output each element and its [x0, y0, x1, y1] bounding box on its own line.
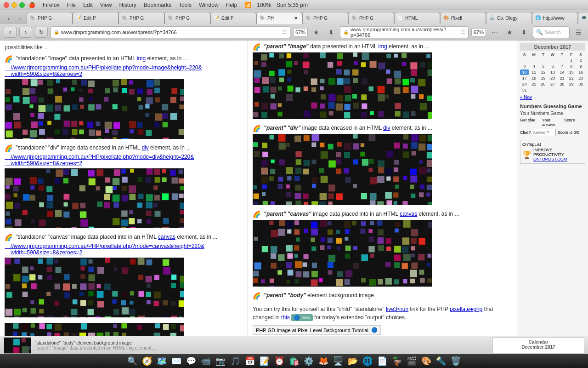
image-url-link-1[interactable]: //www.rjmprogramming.com.au/PHP/pixellat… — [5, 64, 243, 77]
this-link[interactable]: this — [281, 314, 290, 321]
cal-day-28[interactable]: 28 — [558, 81, 566, 87]
cal-day-31[interactable]: 31 — [520, 87, 529, 93]
cal-day-2[interactable]: 2 — [577, 58, 585, 63]
tab-4[interactable]: 📝 Edit P — [210, 12, 256, 24]
cal-day-3[interactable]: 3 — [520, 63, 529, 69]
tab-close-button[interactable]: ✕ — [293, 15, 299, 22]
tab-6[interactable]: 🐘 PHP G — [302, 12, 348, 24]
cal-day-9[interactable]: 9 — [577, 63, 585, 69]
page-info-button[interactable]: ☰ — [282, 29, 287, 35]
tab-12[interactable]: 💻 localh — [578, 12, 588, 24]
live-run-link[interactable]: live3<run — [386, 306, 408, 312]
back-button[interactable]: ‹ — [4, 27, 17, 38]
menu-file[interactable]: File — [67, 2, 76, 8]
menu-help[interactable]: Help — [226, 2, 237, 8]
cal-day-13[interactable]: 13 — [548, 69, 557, 75]
bookmark-button-right[interactable]: ★ — [503, 27, 515, 38]
dock-facetime[interactable]: 📹 — [199, 355, 212, 368]
cal-day-16[interactable]: 16 — [577, 69, 585, 75]
dock-vlc[interactable]: 🎬 — [405, 355, 418, 368]
cal-day-24[interactable]: 24 — [520, 81, 529, 87]
tab-1[interactable]: 📝 Edit P — [73, 12, 119, 24]
cal-day-10[interactable]: 10 — [520, 69, 529, 75]
fullscreen-button[interactable] — [19, 2, 25, 8]
dock-safari[interactable]: 🧭 — [141, 355, 153, 368]
menu-bookmarks[interactable]: Bookmarks — [144, 2, 171, 8]
forward-button[interactable]: › — [19, 27, 32, 38]
dock-maps[interactable]: 🗺️ — [155, 355, 168, 368]
menu-edit[interactable]: Edit — [83, 2, 93, 8]
search-bar[interactable]: 🔍 Search — [533, 26, 570, 38]
dock-cyberduck[interactable]: 🦆 — [390, 355, 403, 368]
tab-8[interactable]: 📄 HTML — [394, 12, 440, 24]
dock-finder[interactable]: 🔍 — [126, 355, 139, 368]
url-bar-left[interactable]: 🔒 www.rjmprogramming.com.au/wordpress/?p… — [51, 26, 290, 38]
cal-day-21[interactable]: 21 — [558, 75, 566, 81]
dock-sublimetext[interactable]: 📄 — [376, 355, 389, 368]
apple-menu[interactable]: 🍎 — [28, 2, 35, 8]
dock-messages[interactable]: 💬 — [185, 355, 198, 368]
cal-day-20[interactable]: 20 — [548, 75, 557, 81]
menu-history[interactable]: History — [119, 2, 136, 8]
pixellate-link[interactable]: pixellate●php — [450, 306, 482, 312]
dock-chrome[interactable]: 🌐 — [361, 355, 374, 368]
cal-day-30[interactable]: 30 — [577, 81, 585, 87]
cal-day-6[interactable]: 6 — [548, 63, 557, 69]
tab-10[interactable]: 🔬 Co. Ology — [486, 12, 532, 24]
dock-reminders[interactable]: ⏰ — [273, 355, 286, 368]
div-link-1[interactable]: div — [141, 144, 148, 151]
cal-day-1[interactable]: 1 — [567, 58, 576, 63]
cal-day-17[interactable]: 17 — [520, 75, 529, 81]
cal-day-11[interactable]: 11 — [529, 69, 538, 75]
img-link-1[interactable]: img — [137, 55, 146, 62]
tab-11[interactable]: 🌐 http://www — [532, 12, 578, 24]
cal-day-15[interactable]: 15 — [567, 69, 576, 75]
tab-0[interactable]: 🐘 PHP G — [27, 12, 73, 24]
cal-day-26[interactable]: 26 — [539, 81, 548, 87]
cal-day-5[interactable]: 5 — [539, 63, 548, 69]
pocket-button[interactable]: ⬇ — [325, 27, 337, 38]
dock-appstore[interactable]: 🛍️ — [288, 355, 300, 368]
tab-5-active[interactable]: 🐘 PH ✕ — [256, 12, 302, 24]
more-button[interactable]: ⋯ — [489, 27, 501, 38]
menu-firefox[interactable]: Firefox — [43, 2, 60, 8]
menu-tools[interactable]: Tools — [179, 2, 192, 8]
canvas-url-link-1[interactable]: //www.rjmprogramming.com.au/PHP/pixellat… — [5, 243, 243, 256]
dock-terminal[interactable]: 🖥️ — [332, 355, 345, 368]
cal-day-14[interactable]: 14 — [558, 69, 566, 75]
tab-7[interactable]: 🐘 PHP G — [348, 12, 394, 24]
cal-day-18[interactable]: 18 — [529, 75, 538, 81]
dock-spotlight[interactable]: 🔦 — [435, 355, 447, 368]
canvas-link-1[interactable]: canvas — [158, 234, 175, 240]
img-link-2[interactable]: img — [378, 43, 387, 50]
tab-forward-button[interactable]: › — [15, 14, 25, 24]
cal-day-22[interactable]: 22 — [567, 75, 576, 81]
minimize-button[interactable] — [11, 2, 17, 8]
dock-itunes[interactable]: 🎵 — [229, 355, 242, 368]
dock-calendar[interactable]: 📅 — [243, 355, 256, 368]
cal-day-7[interactable]: 7 — [558, 63, 566, 69]
reload-button[interactable]: ↻ — [35, 27, 48, 38]
dock-firefox[interactable]: 🦊 — [317, 355, 330, 368]
menu-button[interactable]: ☰ — [572, 27, 584, 38]
answer-input[interactable] — [533, 129, 556, 136]
cal-day-19[interactable]: 19 — [539, 75, 548, 81]
dock-mail[interactable]: ✉️ — [170, 355, 183, 368]
dock-paint[interactable]: 🎨 — [420, 355, 433, 368]
menu-window[interactable]: Window — [199, 2, 219, 8]
bookmark-button[interactable]: ★ — [311, 27, 322, 38]
ontoplist-url[interactable]: ONTOPLIST.COM — [533, 157, 583, 161]
pocket-button-right[interactable]: ⬇ — [518, 27, 530, 38]
tab-back-button[interactable]: ‹ — [4, 14, 14, 24]
tab-9[interactable]: 🎨 Pixell — [440, 12, 486, 24]
cal-day-4[interactable]: 4 — [529, 63, 538, 69]
tab-2[interactable]: 🐘 PHP G — [119, 12, 164, 24]
cal-day-12[interactable]: 12 — [539, 69, 548, 75]
canvas-link-2[interactable]: canvas — [400, 211, 417, 217]
dock-settings[interactable]: ⚙️ — [302, 355, 315, 368]
tab-3[interactable]: 🐘 PHP G — [164, 12, 210, 24]
cal-day-27[interactable]: 27 — [548, 81, 557, 87]
dock-trash[interactable]: 🗑️ — [449, 355, 462, 368]
url-bar-right[interactable]: 🔒 www.rjmprogramming.com.au/wordpress/?p… — [340, 26, 469, 38]
page-info-button-right[interactable]: ☰ — [460, 29, 465, 35]
